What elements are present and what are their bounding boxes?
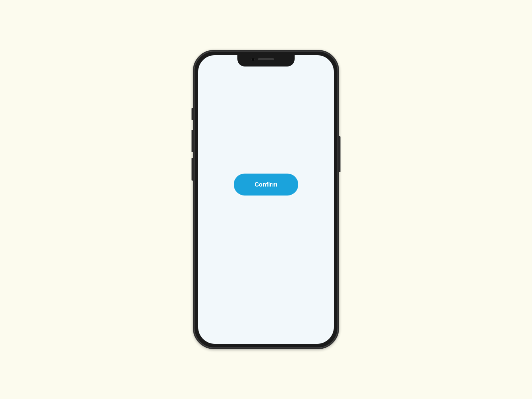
phone-notch	[237, 55, 295, 66]
power-button	[339, 136, 340, 172]
phone-screen: Confirm	[198, 55, 334, 344]
volume-down-button	[192, 158, 193, 181]
phone-device-frame: Confirm	[193, 50, 339, 349]
silent-switch	[192, 108, 193, 120]
confirm-button[interactable]: Confirm	[234, 174, 298, 196]
speaker-grille	[258, 58, 274, 60]
volume-up-button	[192, 130, 193, 152]
front-camera	[251, 58, 255, 61]
